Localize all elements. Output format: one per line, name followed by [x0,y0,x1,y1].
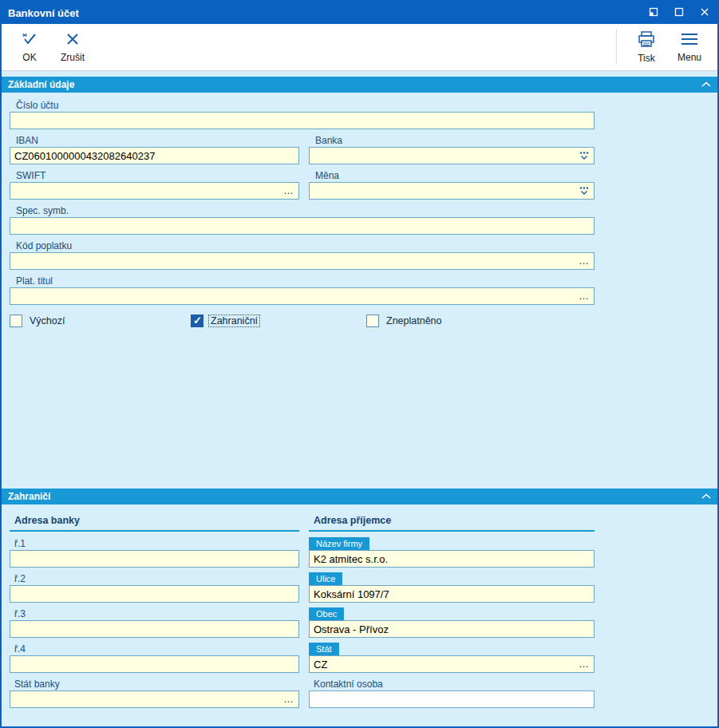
maximize-button[interactable] [666,2,692,24]
hamburger-menu-icon [680,31,699,49]
bank-line2-input[interactable] [10,585,299,603]
swift-lookup-ellipsis-icon[interactable]: … [280,187,294,195]
spec-symbol-input[interactable] [10,217,595,235]
country-value: CZ [314,659,575,671]
city-row: Obec Ostrava - Přívoz [309,607,595,638]
iban-col: IBAN CZ0601000000432082640237 [10,134,299,164]
titlebar[interactable]: Bankovní účet [2,2,717,24]
bank-address-row-4: ř.4 [10,642,299,673]
fee-code-input[interactable]: … [10,252,595,270]
street-value: Koksární 1097/7 [314,588,590,600]
bank-col: Banka [309,134,595,164]
dock-window-icon [649,7,658,19]
toolbar-separator [616,30,617,65]
foreign-checkbox-item[interactable]: Zahraniční [191,315,366,327]
contact-person-input[interactable] [309,690,595,708]
window-controls [641,2,717,24]
ok-label: OK [22,52,36,63]
menu-label: Menu [678,52,701,63]
company-name-input[interactable]: K2 atmitec s.r.o. [309,550,595,568]
bank-address-row-3: ř.3 [10,607,299,638]
close-button[interactable] [692,2,717,24]
cancel-label: Zrušit [61,52,85,63]
country-lookup-ellipsis-icon[interactable]: … [575,660,590,668]
payment-title-lookup-ellipsis-icon[interactable]: … [575,292,590,300]
contact-person-row: Kontaktní osoba [309,677,595,708]
bank-line1-label: ř.1 [10,538,26,550]
currency-combo-input[interactable] [309,182,595,200]
bank-address-row-2: ř.2 [10,572,299,603]
default-checkbox[interactable] [10,315,22,327]
bank-address-heading-wrap: Adresa banky [10,511,299,532]
payment-title-label: Plat. titul [10,275,595,287]
section-header-foreign[interactable]: Zahraničí [2,489,717,504]
checkbox-row: Výchozí Zahraniční Zneplatněno [10,315,595,327]
swift-input[interactable]: … [10,182,299,200]
bank-combo-input[interactable] [309,147,595,164]
section-title-foreign: Zahraničí [8,491,50,502]
maximize-icon [674,7,684,19]
ok-button[interactable]: OK [8,26,51,68]
bank-address-column: Adresa banky ř.1 ř.2 ř.3 [10,511,299,712]
city-input[interactable]: Ostrava - Přívoz [309,620,595,638]
contact-person-label: Kontaktní osoba [309,679,383,690]
fee-code-row: Kód poplatku … [10,239,595,270]
city-value: Ostrava - Přívoz [314,623,590,635]
bank-account-window: Bankovní účet OK [0,0,719,728]
city-badge: Obec [309,607,344,620]
foreign-checkbox[interactable] [191,315,203,327]
dock-window-button[interactable] [641,2,666,24]
street-badge: Ulice [309,572,342,585]
payment-title-input[interactable]: … [10,287,595,305]
swift-label: SWIFT [10,169,299,182]
swift-col: SWIFT … [10,169,299,200]
bank-lookup-dropdown-icon[interactable] [575,151,590,160]
print-button[interactable]: Tisk [625,26,668,68]
bank-address-row-1: ř.1 [10,536,299,568]
ok-check-icon [21,31,38,49]
menu-button[interactable]: Menu [668,26,711,68]
collapse-chevron-icon[interactable] [701,81,711,88]
section-title-basic: Základní údaje [8,79,74,90]
invalidated-checkbox-item[interactable]: Zneplatněno [366,315,444,327]
foreign-checkbox-label: Zahraniční [209,315,259,326]
bank-line3-input[interactable] [10,620,299,638]
currency-lookup-dropdown-icon[interactable] [575,186,590,196]
address-grid: Adresa banky ř.1 ř.2 ř.3 [10,511,709,712]
iban-label: IBAN [10,134,299,147]
company-name-badge: Název firmy [309,537,369,550]
printer-icon [637,30,656,50]
bank-label: Banka [309,134,595,147]
default-checkbox-item[interactable]: Výchozí [10,315,191,327]
bank-country-label: Stát banky [10,679,60,690]
account-number-input[interactable] [10,112,595,129]
fee-code-label: Kód poplatku [10,239,595,252]
recipient-address-heading-wrap: Adresa příjemce [309,511,595,532]
toolbar-spacer [94,26,608,68]
spec-symbol-label: Spec. symb. [10,204,595,217]
bank-country-input[interactable]: … [10,690,299,708]
collapse-chevron-icon-foreign[interactable] [701,493,711,500]
company-name-row: Název firmy K2 atmitec s.r.o. [309,536,595,568]
invalidated-checkbox[interactable] [366,315,379,327]
bank-country-lookup-ellipsis-icon[interactable]: … [280,695,294,703]
bank-line2-label: ř.2 [10,573,26,585]
country-row: Stát CZ … [309,642,595,673]
bank-line4-input[interactable] [10,655,299,673]
fee-code-lookup-ellipsis-icon[interactable]: … [575,257,590,265]
country-input[interactable]: CZ … [309,655,595,673]
payment-title-row: Plat. titul … [10,275,595,305]
spec-symbol-row: Spec. symb. [10,204,595,235]
invalidated-checkbox-label: Zneplatněno [385,315,444,326]
currency-label: Měna [309,169,595,182]
account-number-row: Číslo účtu [10,99,595,129]
iban-input[interactable]: CZ0601000000432082640237 [10,147,299,164]
cancel-button[interactable]: Zrušit [51,26,94,68]
bank-country-row: Stát banky … [10,677,299,708]
toolbar: OK Zrušit Tisk Menu [2,24,717,71]
bank-address-heading: Adresa banky [14,515,80,526]
section-header-basic[interactable]: Základní údaje [2,77,717,93]
bank-line1-input[interactable] [10,550,299,568]
street-input[interactable]: Koksární 1097/7 [309,585,595,603]
account-number-label: Číslo účtu [10,99,595,112]
